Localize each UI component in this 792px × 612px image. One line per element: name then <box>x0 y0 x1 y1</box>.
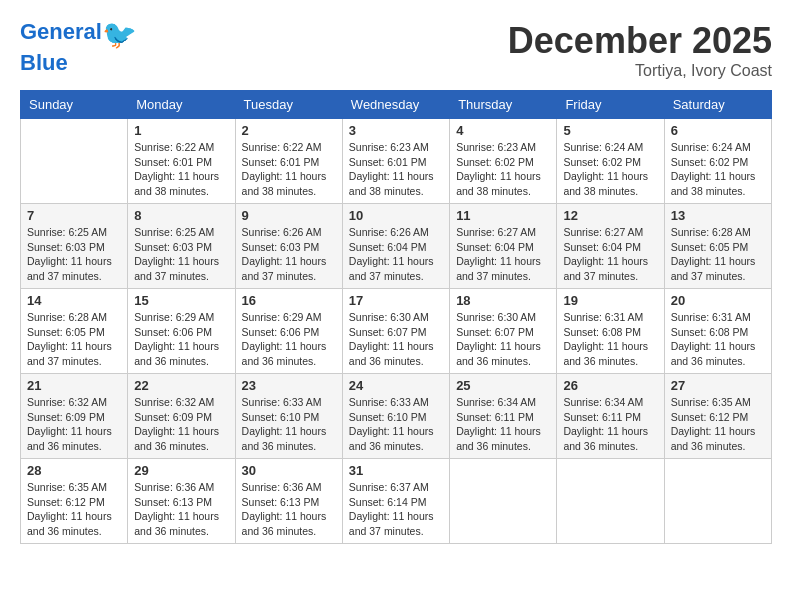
col-header-tuesday: Tuesday <box>235 91 342 119</box>
day-number: 23 <box>242 378 336 393</box>
day-info: Sunrise: 6:22 AM Sunset: 6:01 PM Dayligh… <box>242 140 336 199</box>
day-info: Sunrise: 6:26 AM Sunset: 6:04 PM Dayligh… <box>349 225 443 284</box>
day-number: 25 <box>456 378 550 393</box>
day-number: 12 <box>563 208 657 223</box>
calendar-cell: 17Sunrise: 6:30 AM Sunset: 6:07 PM Dayli… <box>342 289 449 374</box>
calendar-table: SundayMondayTuesdayWednesdayThursdayFrid… <box>20 90 772 544</box>
day-number: 14 <box>27 293 121 308</box>
day-info: Sunrise: 6:36 AM Sunset: 6:13 PM Dayligh… <box>242 480 336 539</box>
calendar-cell: 6Sunrise: 6:24 AM Sunset: 6:02 PM Daylig… <box>664 119 771 204</box>
col-header-monday: Monday <box>128 91 235 119</box>
calendar-cell: 11Sunrise: 6:27 AM Sunset: 6:04 PM Dayli… <box>450 204 557 289</box>
month-title: December 2025 <box>508 20 772 62</box>
day-number: 7 <box>27 208 121 223</box>
calendar-cell <box>557 459 664 544</box>
day-number: 3 <box>349 123 443 138</box>
day-info: Sunrise: 6:35 AM Sunset: 6:12 PM Dayligh… <box>671 395 765 454</box>
day-number: 8 <box>134 208 228 223</box>
day-info: Sunrise: 6:30 AM Sunset: 6:07 PM Dayligh… <box>456 310 550 369</box>
day-info: Sunrise: 6:33 AM Sunset: 6:10 PM Dayligh… <box>242 395 336 454</box>
week-row-5: 28Sunrise: 6:35 AM Sunset: 6:12 PM Dayli… <box>21 459 772 544</box>
calendar-cell: 7Sunrise: 6:25 AM Sunset: 6:03 PM Daylig… <box>21 204 128 289</box>
day-info: Sunrise: 6:23 AM Sunset: 6:02 PM Dayligh… <box>456 140 550 199</box>
week-row-1: 1Sunrise: 6:22 AM Sunset: 6:01 PM Daylig… <box>21 119 772 204</box>
logo-general: General <box>20 19 102 44</box>
week-row-3: 14Sunrise: 6:28 AM Sunset: 6:05 PM Dayli… <box>21 289 772 374</box>
day-number: 15 <box>134 293 228 308</box>
calendar-cell: 28Sunrise: 6:35 AM Sunset: 6:12 PM Dayli… <box>21 459 128 544</box>
day-info: Sunrise: 6:26 AM Sunset: 6:03 PM Dayligh… <box>242 225 336 284</box>
calendar-cell <box>450 459 557 544</box>
day-number: 21 <box>27 378 121 393</box>
location: Tortiya, Ivory Coast <box>508 62 772 80</box>
day-number: 9 <box>242 208 336 223</box>
calendar-cell: 4Sunrise: 6:23 AM Sunset: 6:02 PM Daylig… <box>450 119 557 204</box>
calendar-cell: 3Sunrise: 6:23 AM Sunset: 6:01 PM Daylig… <box>342 119 449 204</box>
calendar-body: 1Sunrise: 6:22 AM Sunset: 6:01 PM Daylig… <box>21 119 772 544</box>
day-info: Sunrise: 6:36 AM Sunset: 6:13 PM Dayligh… <box>134 480 228 539</box>
day-info: Sunrise: 6:32 AM Sunset: 6:09 PM Dayligh… <box>134 395 228 454</box>
day-info: Sunrise: 6:37 AM Sunset: 6:14 PM Dayligh… <box>349 480 443 539</box>
day-info: Sunrise: 6:34 AM Sunset: 6:11 PM Dayligh… <box>563 395 657 454</box>
day-info: Sunrise: 6:30 AM Sunset: 6:07 PM Dayligh… <box>349 310 443 369</box>
calendar-cell: 14Sunrise: 6:28 AM Sunset: 6:05 PM Dayli… <box>21 289 128 374</box>
calendar-cell: 19Sunrise: 6:31 AM Sunset: 6:08 PM Dayli… <box>557 289 664 374</box>
calendar-cell <box>664 459 771 544</box>
logo-text: General🐦 Blue <box>20 20 137 75</box>
title-block: December 2025 Tortiya, Ivory Coast <box>508 20 772 80</box>
calendar-cell: 18Sunrise: 6:30 AM Sunset: 6:07 PM Dayli… <box>450 289 557 374</box>
day-info: Sunrise: 6:25 AM Sunset: 6:03 PM Dayligh… <box>27 225 121 284</box>
calendar-cell: 30Sunrise: 6:36 AM Sunset: 6:13 PM Dayli… <box>235 459 342 544</box>
col-header-friday: Friday <box>557 91 664 119</box>
calendar-cell: 25Sunrise: 6:34 AM Sunset: 6:11 PM Dayli… <box>450 374 557 459</box>
col-header-wednesday: Wednesday <box>342 91 449 119</box>
day-info: Sunrise: 6:31 AM Sunset: 6:08 PM Dayligh… <box>563 310 657 369</box>
day-info: Sunrise: 6:33 AM Sunset: 6:10 PM Dayligh… <box>349 395 443 454</box>
calendar-cell: 23Sunrise: 6:33 AM Sunset: 6:10 PM Dayli… <box>235 374 342 459</box>
day-number: 10 <box>349 208 443 223</box>
day-info: Sunrise: 6:29 AM Sunset: 6:06 PM Dayligh… <box>134 310 228 369</box>
day-number: 1 <box>134 123 228 138</box>
day-info: Sunrise: 6:24 AM Sunset: 6:02 PM Dayligh… <box>563 140 657 199</box>
day-info: Sunrise: 6:32 AM Sunset: 6:09 PM Dayligh… <box>27 395 121 454</box>
day-number: 28 <box>27 463 121 478</box>
calendar-cell: 21Sunrise: 6:32 AM Sunset: 6:09 PM Dayli… <box>21 374 128 459</box>
day-number: 16 <box>242 293 336 308</box>
day-number: 4 <box>456 123 550 138</box>
day-number: 6 <box>671 123 765 138</box>
day-number: 22 <box>134 378 228 393</box>
calendar-cell: 13Sunrise: 6:28 AM Sunset: 6:05 PM Dayli… <box>664 204 771 289</box>
logo: General🐦 Blue <box>20 20 137 75</box>
calendar-cell: 29Sunrise: 6:36 AM Sunset: 6:13 PM Dayli… <box>128 459 235 544</box>
calendar-cell: 10Sunrise: 6:26 AM Sunset: 6:04 PM Dayli… <box>342 204 449 289</box>
day-info: Sunrise: 6:31 AM Sunset: 6:08 PM Dayligh… <box>671 310 765 369</box>
calendar-cell: 15Sunrise: 6:29 AM Sunset: 6:06 PM Dayli… <box>128 289 235 374</box>
day-number: 2 <box>242 123 336 138</box>
day-number: 27 <box>671 378 765 393</box>
day-number: 29 <box>134 463 228 478</box>
day-number: 19 <box>563 293 657 308</box>
day-info: Sunrise: 6:25 AM Sunset: 6:03 PM Dayligh… <box>134 225 228 284</box>
day-number: 31 <box>349 463 443 478</box>
day-number: 30 <box>242 463 336 478</box>
day-number: 18 <box>456 293 550 308</box>
day-info: Sunrise: 6:28 AM Sunset: 6:05 PM Dayligh… <box>671 225 765 284</box>
day-info: Sunrise: 6:28 AM Sunset: 6:05 PM Dayligh… <box>27 310 121 369</box>
calendar-cell: 16Sunrise: 6:29 AM Sunset: 6:06 PM Dayli… <box>235 289 342 374</box>
day-info: Sunrise: 6:35 AM Sunset: 6:12 PM Dayligh… <box>27 480 121 539</box>
calendar-cell: 27Sunrise: 6:35 AM Sunset: 6:12 PM Dayli… <box>664 374 771 459</box>
week-row-4: 21Sunrise: 6:32 AM Sunset: 6:09 PM Dayli… <box>21 374 772 459</box>
day-number: 20 <box>671 293 765 308</box>
day-number: 26 <box>563 378 657 393</box>
day-number: 17 <box>349 293 443 308</box>
page-header: General🐦 Blue December 2025 Tortiya, Ivo… <box>20 20 772 80</box>
calendar-cell: 1Sunrise: 6:22 AM Sunset: 6:01 PM Daylig… <box>128 119 235 204</box>
day-info: Sunrise: 6:27 AM Sunset: 6:04 PM Dayligh… <box>563 225 657 284</box>
day-number: 24 <box>349 378 443 393</box>
calendar-cell: 9Sunrise: 6:26 AM Sunset: 6:03 PM Daylig… <box>235 204 342 289</box>
day-info: Sunrise: 6:22 AM Sunset: 6:01 PM Dayligh… <box>134 140 228 199</box>
week-row-2: 7Sunrise: 6:25 AM Sunset: 6:03 PM Daylig… <box>21 204 772 289</box>
calendar-cell: 2Sunrise: 6:22 AM Sunset: 6:01 PM Daylig… <box>235 119 342 204</box>
calendar-cell: 20Sunrise: 6:31 AM Sunset: 6:08 PM Dayli… <box>664 289 771 374</box>
day-number: 5 <box>563 123 657 138</box>
